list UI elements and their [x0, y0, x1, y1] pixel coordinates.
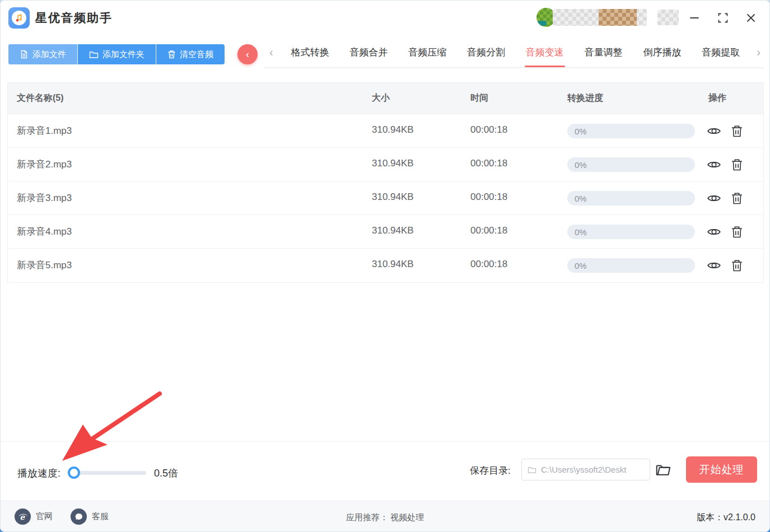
minimize-button[interactable] [685, 8, 704, 27]
folder-icon [89, 50, 99, 59]
add-files-button[interactable]: 添加文件 [8, 44, 77, 64]
start-processing-button[interactable]: 开始处理 [686, 456, 757, 483]
tabs-chevron-right-icon[interactable]: › [754, 46, 763, 59]
preview-button[interactable] [706, 258, 721, 273]
app-title: 星优音频助手 [35, 10, 113, 26]
progress-label: 0% [575, 261, 587, 270]
file-name: 新录音3.mp3 [17, 192, 72, 204]
header-size: 大小 [372, 92, 390, 104]
trash-icon [731, 124, 743, 138]
file-name: 新录音2.mp3 [17, 158, 72, 171]
tab-volume-adjust[interactable]: 音量调整 [585, 38, 623, 67]
eye-icon [707, 157, 721, 172]
file-time: 00:00:18 [470, 225, 507, 236]
trash-icon [731, 259, 743, 272]
delete-button[interactable] [729, 123, 744, 138]
file-name: 新录音1.mp3 [17, 124, 72, 137]
file-time: 00:00:18 [470, 192, 507, 203]
recommend-label: 应用推荐： [346, 512, 388, 522]
app-recommendation: 应用推荐： 视频处理 [1, 512, 769, 523]
eye-icon [707, 258, 721, 273]
trash-icon [731, 225, 743, 239]
delete-button[interactable] [729, 157, 744, 172]
close-icon [745, 12, 757, 24]
recommend-link[interactable]: 视频处理 [390, 512, 424, 522]
file-size: 310.94KB [372, 259, 414, 270]
trash-icon [731, 192, 743, 205]
minimize-icon [688, 12, 701, 24]
slider-handle[interactable] [68, 466, 80, 479]
header-actions: 操作 [708, 92, 726, 104]
file-size: 310.94KB [372, 225, 414, 236]
add-folder-label: 添加文件夹 [102, 49, 144, 60]
file-size: 310.94KB [372, 158, 414, 169]
maximize-icon [717, 12, 729, 24]
file-icon [20, 50, 29, 59]
header-progress: 转换进度 [567, 92, 603, 104]
table-row: 新录音1.mp3 310.94KB 00:00:18 0% [8, 114, 763, 148]
add-folder-button[interactable]: 添加文件夹 [77, 44, 156, 64]
tab-audio-extract[interactable]: 音频提取 [702, 38, 740, 67]
tabs-scroll-left-button[interactable]: ‹ [237, 44, 258, 64]
file-time: 00:00:18 [470, 124, 507, 136]
tab-audio-speed[interactable]: 音频变速 [526, 38, 564, 67]
speed-label: 播放速度: [17, 466, 60, 480]
file-name: 新录音4.mp3 [17, 225, 72, 238]
speed-slider[interactable] [68, 466, 146, 479]
tab-audio-compress[interactable]: 音频压缩 [408, 38, 446, 67]
maximize-button[interactable] [713, 8, 732, 27]
app-logo-icon [8, 7, 30, 29]
header-time: 时间 [470, 92, 488, 104]
user-name-blurred[interactable] [553, 9, 647, 26]
trash-icon [731, 158, 743, 171]
footer: e 官网 客服 应用推荐： 视频处理 版本：v2.1.0.0 [1, 501, 769, 532]
table-row: 新录音2.mp3 310.94KB 00:00:18 0% [8, 148, 763, 181]
delete-button[interactable] [729, 258, 744, 273]
folder-small-icon [528, 466, 536, 474]
delete-button[interactable] [729, 190, 744, 206]
tab-audio-merge[interactable]: 音频合并 [349, 38, 388, 67]
file-size: 310.94KB [372, 192, 414, 203]
eye-icon [707, 124, 721, 138]
toolbar: 添加文件 添加文件夹 清空音频 [8, 44, 225, 64]
preview-button[interactable] [706, 224, 721, 239]
progress-label: 0% [575, 194, 587, 203]
progress-bar: 0% [567, 258, 695, 273]
table-header: 文件名称(5) 大小 时间 转换进度 操作 [8, 83, 763, 114]
tab-format-convert[interactable]: 格式转换 [291, 38, 329, 67]
header-file-name: 文件名称(5) [17, 92, 64, 104]
eye-icon [707, 225, 721, 239]
progress-bar: 0% [567, 157, 695, 172]
file-time: 00:00:18 [470, 259, 507, 270]
trash-icon [167, 50, 176, 59]
tab-reverse-play[interactable]: 倒序播放 [643, 38, 681, 67]
save-dir-path: C:\Users\yssoft2\Deskt [541, 465, 627, 474]
table-row: 新录音5.mp3 310.94KB 00:00:18 0% [8, 249, 763, 282]
clear-audio-button[interactable]: 清空音频 [156, 44, 225, 64]
preview-button[interactable] [706, 123, 721, 138]
progress-bar: 0% [567, 191, 695, 206]
delete-button[interactable] [729, 224, 744, 239]
file-size: 310.94KB [372, 124, 414, 136]
tab-bar: ‹ 格式转换 音频合并 音频压缩 音频分割 音频变速 音量调整 倒序播放 音频提… [264, 38, 764, 68]
file-table: 文件名称(5) 大小 时间 转换进度 操作 新录音1.mp3 310.94KB … [7, 82, 764, 283]
preview-button[interactable] [706, 157, 721, 172]
browse-folder-button[interactable] [655, 461, 671, 478]
save-dir-label: 保存目录: [470, 464, 511, 477]
preview-button[interactable] [706, 190, 721, 206]
version-info: 版本：v2.1.0.0 [697, 512, 755, 524]
version-label: 版本： [697, 512, 724, 522]
progress-bar: 0% [567, 124, 695, 138]
chevron-left-icon: ‹ [246, 49, 249, 60]
save-dir-input[interactable]: C:\Users\yssoft2\Deskt [521, 459, 650, 480]
close-button[interactable] [741, 8, 760, 27]
version-value: v2.1.0.0 [724, 512, 755, 522]
tabs-chevron-left-icon[interactable]: ‹ [267, 46, 276, 59]
music-note-icon [15, 13, 24, 22]
title-bar: 星优音频助手 [1, 1, 769, 35]
progress-label: 0% [575, 227, 587, 237]
tab-audio-split[interactable]: 音频分割 [467, 38, 505, 67]
user-badge-blurred[interactable] [657, 10, 679, 25]
table-row: 新录音4.mp3 310.94KB 00:00:18 0% [8, 215, 763, 249]
app-window: 星优音频助手 添加文件 [0, 0, 770, 532]
